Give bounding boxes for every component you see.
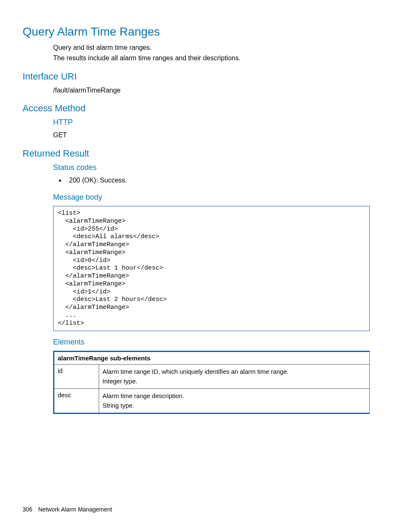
message-body-heading: Message body (53, 193, 370, 202)
http-label: HTTP (53, 118, 370, 127)
element-name: id (54, 365, 99, 389)
table-header-row: alarmTimeRange sub-elements (54, 352, 370, 365)
page-footer: 306 Network Alarm Management (23, 506, 112, 513)
elements-table: alarmTimeRange sub-elements id Alarm tim… (53, 351, 370, 414)
interface-uri-heading: Interface URI (23, 71, 370, 82)
element-name: desc (54, 389, 99, 414)
status-codes-list: 200 (OK): Success. (66, 175, 370, 185)
returned-result-heading: Returned Result (23, 148, 370, 159)
element-desc-line: Alarm time range description. (102, 391, 366, 401)
message-body-code: <list> <alarmTimeRange> <id>255</id> <de… (53, 206, 370, 331)
table-row: desc Alarm time range description. Strin… (54, 389, 370, 414)
table-header-cell: alarmTimeRange sub-elements (54, 352, 370, 365)
interface-uri-value: /fault/alarmTimeRange (53, 85, 370, 96)
intro-line-2: The results include all alarm time range… (53, 53, 370, 64)
access-method-heading: Access Method (23, 103, 370, 114)
page-title: Query Alarm Time Ranges (23, 25, 370, 39)
element-desc-line: String type. (102, 401, 366, 411)
element-desc-line: Integer type. (102, 377, 366, 386)
element-desc-line: Alarm time range ID, which uniquely iden… (102, 367, 366, 377)
elements-heading: Elements (53, 338, 370, 347)
element-desc: Alarm time range description. String typ… (99, 389, 370, 414)
status-code-item: 200 (OK): Success. (66, 175, 370, 185)
status-codes-heading: Status codes (53, 163, 370, 172)
http-method: GET (53, 130, 370, 141)
footer-section: Network Alarm Management (38, 506, 112, 513)
table-row: id Alarm time range ID, which uniquely i… (54, 365, 370, 389)
page-number: 306 (23, 506, 32, 513)
intro-line-1: Query and list alarm time ranges. (53, 43, 370, 53)
element-desc: Alarm time range ID, which uniquely iden… (99, 365, 370, 389)
